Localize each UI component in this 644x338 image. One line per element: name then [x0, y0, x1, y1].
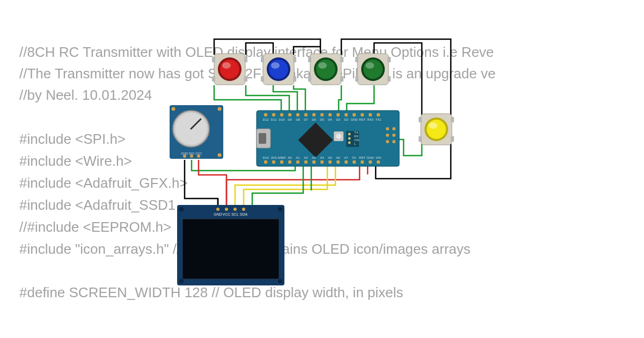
arduino-nano[interactable]: D12 D11 D10 D9 D8 D7 D6 D5 D4 D3 D2 GND … [257, 111, 399, 166]
svg-rect-119 [387, 76, 391, 82]
svg-text:A1: A1 [296, 156, 300, 159]
svg-rect-127 [451, 136, 454, 142]
svg-point-5 [218, 107, 222, 111]
pot-pin-vcc: VCC [195, 152, 202, 155]
svg-point-39 [361, 113, 364, 116]
svg-point-24 [392, 134, 396, 137]
nano-top-pins [264, 113, 380, 116]
svg-text:ON: ON [354, 138, 359, 142]
svg-point-56 [377, 160, 380, 164]
svg-text:D12: D12 [262, 118, 269, 121]
svg-text:D11: D11 [270, 118, 277, 121]
svg-rect-100 [261, 57, 264, 62]
svg-point-29 [280, 113, 283, 116]
svg-rect-140 [182, 219, 279, 279]
button-red[interactable] [212, 54, 247, 85]
svg-text:RX: RX [354, 135, 358, 138]
svg-rect-95 [244, 76, 247, 82]
svg-text:RST: RST [359, 156, 365, 159]
svg-point-47 [304, 160, 308, 164]
svg-point-22 [392, 127, 396, 130]
svg-rect-94 [244, 57, 247, 62]
svg-point-50 [328, 160, 332, 164]
oled-pin-sda: SDA [240, 212, 248, 216]
svg-text:A4: A4 [320, 156, 324, 159]
oled-module[interactable]: GND VCC SCL SDA [177, 205, 284, 285]
svg-point-34 [320, 113, 324, 116]
pot-pin-gnd: GND [181, 152, 188, 155]
nano-bottom-labels: D13 3V3 AREF A0 A1 A2 A3 A4 A5 A6 A7 5V … [262, 156, 381, 159]
svg-point-139 [242, 208, 245, 211]
svg-point-48 [312, 160, 316, 164]
svg-rect-101 [261, 76, 264, 82]
svg-point-134 [179, 279, 184, 283]
svg-point-25 [386, 140, 389, 143]
svg-text:5V: 5V [352, 156, 356, 159]
svg-rect-93 [212, 76, 215, 82]
components-layer: GND SIG VCC [0, 0, 644, 338]
svg-text:D7: D7 [304, 118, 308, 121]
svg-point-16 [336, 134, 341, 139]
svg-text:3V3: 3V3 [271, 156, 277, 159]
svg-point-20 [348, 142, 351, 144]
svg-rect-126 [451, 117, 454, 122]
svg-rect-102 [293, 57, 296, 62]
svg-text:VIN: VIN [376, 156, 381, 159]
svg-point-54 [361, 160, 364, 164]
svg-text:A7: A7 [344, 156, 348, 159]
svg-text:AREF: AREF [277, 156, 286, 159]
svg-point-138 [233, 208, 237, 211]
svg-point-31 [296, 113, 299, 116]
svg-point-130 [429, 122, 437, 129]
svg-point-135 [278, 279, 282, 283]
svg-point-26 [392, 140, 396, 143]
svg-rect-13 [259, 133, 266, 144]
svg-text:TX1: TX1 [375, 118, 382, 121]
svg-point-41 [377, 113, 380, 116]
svg-rect-108 [308, 57, 311, 62]
potentiometer-module[interactable]: GND SIG VCC [170, 105, 223, 159]
svg-rect-110 [340, 57, 343, 62]
svg-point-19 [348, 137, 351, 140]
svg-point-33 [312, 113, 316, 116]
svg-point-46 [296, 160, 299, 164]
svg-point-52 [345, 160, 348, 164]
svg-point-137 [225, 208, 228, 211]
svg-text:D2: D2 [344, 118, 348, 121]
svg-text:TX: TX [354, 131, 358, 134]
svg-text:A0: A0 [288, 156, 292, 159]
svg-text:GND: GND [350, 118, 358, 121]
svg-text:D5: D5 [320, 118, 324, 121]
svg-text:D8: D8 [296, 118, 300, 121]
svg-text:RST: RST [359, 118, 365, 121]
svg-text:RX0: RX0 [367, 118, 374, 121]
button-yellow[interactable] [419, 114, 454, 145]
svg-point-53 [353, 160, 356, 164]
svg-point-27 [264, 113, 267, 116]
svg-text:A6: A6 [336, 156, 340, 159]
svg-point-129 [427, 120, 446, 139]
svg-point-114 [318, 62, 327, 69]
button-blue[interactable] [261, 54, 296, 85]
svg-point-51 [336, 160, 340, 164]
svg-point-35 [328, 113, 332, 116]
svg-point-105 [269, 60, 288, 79]
svg-rect-103 [293, 76, 296, 82]
svg-point-38 [353, 113, 356, 116]
oled-pin-vcc: VCC [223, 212, 231, 216]
svg-point-49 [320, 160, 324, 164]
svg-point-132 [179, 207, 184, 211]
svg-point-121 [363, 60, 383, 79]
svg-text:A2: A2 [304, 156, 308, 159]
button-unseen[interactable] [355, 54, 391, 85]
button-green[interactable] [308, 54, 343, 85]
svg-point-122 [365, 62, 374, 69]
svg-point-55 [369, 160, 372, 164]
svg-rect-117 [355, 76, 358, 82]
svg-rect-111 [340, 76, 343, 82]
svg-point-44 [280, 160, 283, 164]
svg-point-98 [222, 62, 231, 69]
svg-point-28 [272, 113, 275, 116]
svg-point-37 [345, 113, 348, 116]
svg-rect-124 [419, 117, 422, 122]
